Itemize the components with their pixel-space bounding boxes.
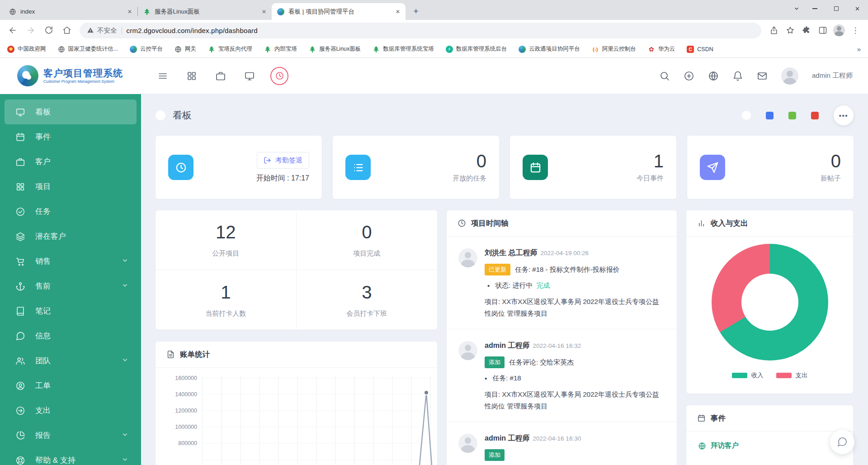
page-options-button[interactable]: ••• [834, 105, 854, 125]
sidebar-item-leads[interactable]: 潜在客户 [5, 224, 137, 249]
timeline-user[interactable]: admin 工程师 [485, 434, 530, 442]
bookmark-item[interactable]: 服务器Linux面板 [309, 45, 361, 53]
event-link[interactable]: 拜访客户 [686, 432, 853, 451]
timeline-task[interactable]: 任务: #18 [492, 374, 521, 383]
sidebar-item-sales[interactable]: 销售 [5, 249, 137, 274]
security-indicator[interactable]: 不安全 [87, 26, 117, 35]
legend-expense[interactable]: 支出 [776, 371, 808, 380]
timeline-project[interactable]: 项目: XX市XX区退役军人事务局 2022年退役士兵专项公益性岗位 管理服务项… [485, 389, 665, 412]
bookmark-item[interactable]: 国家卫健委统计信... [58, 45, 118, 53]
side-panel-icon[interactable] [815, 22, 831, 38]
sidebar-item-team[interactable]: 团队 [5, 348, 137, 373]
kanban-monitor-icon[interactable] [244, 71, 255, 81]
tab-search-chevron-icon[interactable] [789, 5, 804, 12]
bookmarks-overflow-button[interactable]: » [857, 45, 861, 53]
browser-tab-linux-panel[interactable]: 服务器Linux面板 ✕ [138, 3, 272, 20]
bookmark-item[interactable]: 内部宝塔 [264, 45, 297, 53]
support-icon [15, 381, 25, 391]
sidebar-item-messages[interactable]: 信息 [5, 323, 137, 348]
bookmark-item[interactable]: ⚡数据库管理系统后台 [446, 45, 507, 53]
calendar-icon [697, 414, 706, 422]
timeline-status-link[interactable]: 完成 [537, 281, 550, 290]
home-icon[interactable] [59, 22, 75, 38]
sidebar-item-expenses[interactable]: 支出 [5, 398, 137, 423]
sidebar-item-reports[interactable]: 报告 [5, 423, 137, 448]
theme-swatch-red[interactable] [811, 112, 819, 119]
bookmark-item[interactable]: 云控平台 [130, 45, 163, 53]
browser-menu-kebab-icon[interactable]: ⋮ [847, 22, 863, 38]
omnibox[interactable]: 不安全 crm2.dgovcloud.com/index.php/dashboa… [80, 23, 761, 38]
income-expense-donut-chart[interactable] [712, 244, 828, 361]
page-title: 看板 [173, 109, 192, 122]
sidebar-item-notes[interactable]: 笔记 [5, 299, 137, 323]
list-icon [345, 155, 371, 180]
plus-circle-icon[interactable] [684, 71, 694, 81]
search-icon[interactable] [659, 71, 670, 81]
theme-swatch-blue[interactable] [766, 112, 774, 119]
stat-value: 1 [221, 282, 231, 303]
theme-swatch-green[interactable] [788, 112, 796, 119]
chevron-down-icon [122, 257, 128, 266]
projects-grid-icon[interactable] [186, 71, 197, 81]
minimize-button[interactable] [804, 0, 826, 17]
bookmark-item[interactable]: 云政通项目协同平台 [519, 45, 580, 53]
bookmark-item[interactable]: 数据库管理系统宝塔 [373, 45, 434, 53]
attendance-timer-icon[interactable] [270, 67, 288, 85]
close-window-button[interactable]: ✕ [847, 0, 868, 17]
bill-data-point[interactable] [424, 390, 429, 395]
close-tab-icon[interactable]: ✕ [260, 8, 268, 16]
sidebar-item-projects[interactable]: 项目 [5, 174, 137, 199]
legend-income[interactable]: 收入 [732, 371, 764, 380]
status-badge: 已更新 [485, 264, 510, 275]
sidebar-item-tasks[interactable]: 任务 [5, 199, 137, 224]
bookmark-item[interactable]: CCSDN [687, 46, 713, 53]
clock-out-button[interactable]: 考勤签退 [257, 152, 309, 169]
sidebar-item-help-support[interactable]: 帮助 & 支持 [5, 448, 137, 465]
forward-icon[interactable] [23, 22, 39, 38]
navbar-quick-icons [157, 67, 288, 85]
extensions-puzzle-icon[interactable] [798, 22, 815, 38]
timeline-project[interactable]: 项目: XX市XX区退役军人事务局 2022年退役士兵专项公益性岗位 管理服务项… [485, 296, 665, 319]
profile-avatar[interactable] [831, 22, 847, 38]
theme-swatch-white[interactable] [742, 111, 751, 120]
back-icon[interactable] [5, 22, 21, 38]
bookmark-item[interactable]: ✿华为云 [648, 45, 675, 53]
url-text[interactable]: crm2.dgovcloud.com/index.php/dashboard [127, 27, 258, 34]
kpi-label: 新帖子 [821, 174, 841, 183]
user-name[interactable]: admin 工程师 [812, 71, 853, 80]
close-tab-icon[interactable]: ✕ [394, 8, 402, 16]
timeline-user[interactable]: 刘洪生 总工程师 [485, 249, 537, 256]
bookmark-item[interactable]: (-)阿里云控制台 [592, 45, 636, 53]
timeline-action[interactable]: 任务评论: 交给宋英杰 [509, 358, 574, 367]
bookmark-item[interactable]: 网关 [175, 45, 196, 53]
clients-briefcase-icon[interactable] [215, 71, 226, 81]
browser-tab-index[interactable]: index ✕ [4, 3, 137, 20]
baota-tree-icon [373, 46, 380, 53]
chat-fab-button[interactable] [830, 430, 854, 454]
hamburger-menu-icon[interactable] [157, 71, 168, 81]
sidebar-item-events[interactable]: 事件 [5, 124, 137, 149]
share-icon[interactable] [766, 22, 782, 38]
new-tab-button[interactable]: + [409, 5, 423, 18]
reload-icon[interactable] [41, 22, 57, 38]
sidebar-item-clients[interactable]: 客户 [5, 149, 137, 174]
sidebar-item-tickets[interactable]: 工单 [5, 373, 137, 398]
close-tab-icon[interactable]: ✕ [126, 8, 134, 16]
sidebar-item-kanban[interactable]: 看板 [5, 100, 137, 124]
bookmark-item[interactable]: 宝塔反向代理 [208, 45, 252, 53]
mail-icon[interactable] [757, 71, 768, 81]
stat-label: 项目完成 [353, 249, 380, 258]
maximize-button[interactable] [826, 0, 847, 17]
timeline-user[interactable]: admin 工程师 [485, 342, 530, 349]
language-globe-icon[interactable] [708, 71, 719, 81]
user-avatar[interactable] [781, 67, 798, 85]
project-stats-card: 12 公开项目 0 项目完成 1 当前打卡人数 3 会员打卡下班 [156, 210, 437, 330]
app-logo-title: 客户项目管理系统 [43, 68, 123, 79]
notifications-bell-icon[interactable] [732, 71, 743, 81]
app-logo[interactable]: 客户项目管理系统 Customer Program Management Sys… [17, 65, 142, 86]
bookmark-star-icon[interactable] [782, 22, 798, 38]
timeline-action[interactable]: 任务: #18 - 投标文件制作-投标报价 [515, 266, 620, 274]
browser-tab-kanban-active[interactable]: 看板 | 项目协同管理平台 ✕ [272, 3, 406, 20]
bookmark-item[interactable]: 中国政府网 [7, 45, 46, 53]
sidebar-item-presales[interactable]: 售前 [5, 274, 137, 299]
